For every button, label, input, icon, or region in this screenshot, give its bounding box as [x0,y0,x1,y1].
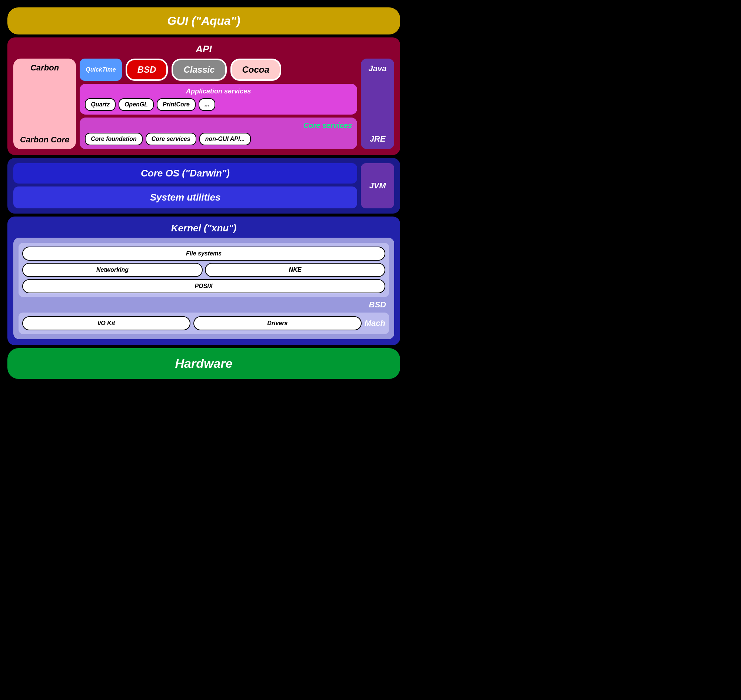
java-label: Java [369,64,387,74]
core-os-label: Core OS ("Darwin") [141,168,230,179]
hardware-layer: Hardware [7,348,400,379]
system-utilities-box: System utilities [13,187,357,208]
drivers-pill: Drivers [194,316,362,330]
app-services-pills: Quartz OpenGL PrintCore ... [85,98,352,111]
app-services-box: Application services Quartz OpenGL Print… [80,84,357,115]
classic-pill: Classic [172,59,226,81]
bsd-inner: File systems Networking NKE POSIX [19,243,389,297]
io-kit-pill: I/O Kit [22,316,191,330]
core-services-box: Core services Core foundation Core servi… [80,118,357,149]
gui-aqua-layer: GUI ("Aqua") [7,7,400,34]
bsd-section: File systems Networking NKE POSIX [19,243,389,334]
mach-label: Mach [365,319,385,328]
app-services-label: Application services [85,87,352,95]
architecture-diagram: GUI ("Aqua") API Carbon Carbon Core Quic… [7,7,400,379]
api-layer: API Carbon Carbon Core QuickTime BSD [7,37,400,155]
jvm-label: JVM [369,181,386,191]
carbon-core-label: Carbon Core [20,135,69,145]
java-column: Java JRE [361,59,394,149]
posix-pill: POSIX [22,279,385,293]
cocoa-pill: Cocoa [230,59,281,81]
gui-aqua-label: GUI ("Aqua") [167,14,240,28]
core-services-label: Core services [85,121,352,130]
system-utilities-label: System utilities [150,192,221,203]
more-pill: ... [199,98,215,111]
api-label: API [13,43,394,55]
jvm-box: JVM [361,163,394,208]
mach-section: I/O Kit Drivers Mach [19,313,389,334]
core-services-pill: Core services [145,133,197,146]
printcore-pill: PrintCore [157,98,196,111]
carbon-box: Carbon Carbon Core [13,59,76,149]
opengl-pill: OpenGL [119,98,154,111]
bsd-label: BSD [369,300,386,310]
core-os-main: Core OS ("Darwin") System utilities [13,163,357,208]
api-pills: BSD Classic Cocoa [126,59,357,81]
bsd-pill: BSD [126,59,168,81]
networking-pill: Networking [22,263,202,277]
core-os-layer: Core OS ("Darwin") System utilities JVM [7,158,400,213]
core-foundation-pill: Core foundation [85,133,142,146]
kernel-label: Kernel ("xnu") [13,222,394,234]
core-services-pills: Core foundation Core services non-GUI AP… [85,133,352,146]
hardware-label: Hardware [175,356,233,371]
file-systems-pill: File systems [22,247,385,261]
quartz-pill: Quartz [85,98,116,111]
quicktime-box: QuickTime [80,59,122,81]
nke-pill: NKE [205,263,385,277]
quicktime-label: QuickTime [85,66,116,73]
carbon-label: Carbon [30,63,59,73]
jre-label: JRE [370,134,386,144]
kernel-inner: File systems Networking NKE POSIX [13,238,394,339]
core-os-label-box: Core OS ("Darwin") [13,163,357,184]
networking-row: Networking NKE [22,263,385,277]
kernel-layer: Kernel ("xnu") File systems Networking N… [7,216,400,345]
middle-column: QuickTime BSD Classic Cocoa [80,59,357,149]
bsd-right-label: BSD [19,300,389,310]
non-gui-api-pill: non-GUI API... [200,133,251,146]
